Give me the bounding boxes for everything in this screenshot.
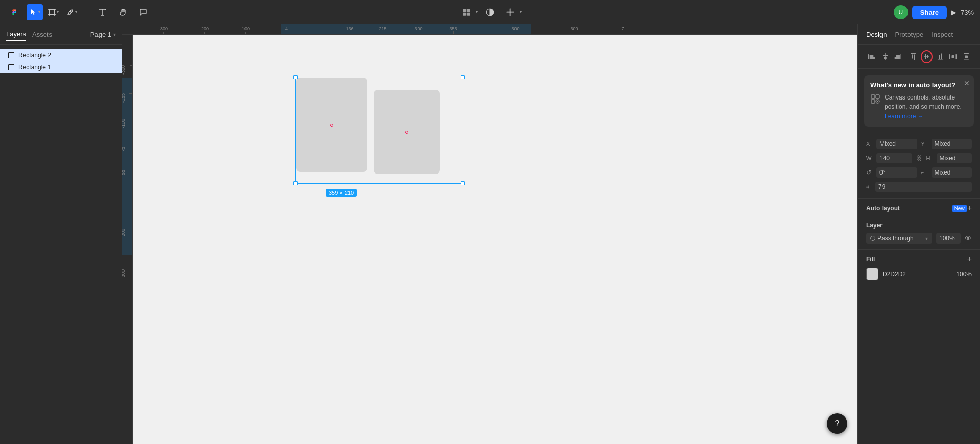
- visibility-toggle-button[interactable]: 👁: [965, 234, 972, 242]
- h-label: H: [926, 155, 933, 161]
- handle-bottom-right[interactable]: [461, 181, 465, 185]
- svg-rect-17: [885, 53, 886, 60]
- corner-field[interactable]: Mixed: [932, 167, 972, 178]
- pen-tool-button[interactable]: ▾: [63, 4, 80, 20]
- w-label: W: [866, 155, 872, 161]
- align-right-button[interactable]: [893, 50, 904, 63]
- clip-row: ⌗ 79: [866, 182, 972, 192]
- page-selector[interactable]: Page 1 ▾: [90, 31, 116, 38]
- move-tool-button[interactable]: ▾: [27, 4, 43, 20]
- svg-rect-33: [956, 54, 957, 59]
- rect1-center: [405, 131, 408, 134]
- text-tool-button[interactable]: [94, 4, 111, 20]
- distribute-vertical-button[interactable]: [961, 50, 972, 63]
- layer-item-rect1[interactable]: Rectangle 1: [0, 61, 122, 73]
- blend-mode-label: Pass through: [877, 235, 923, 242]
- svg-rect-36: [964, 60, 969, 61]
- layer-item-rect2[interactable]: Rectangle 2: [0, 49, 122, 61]
- align-row-1: [866, 50, 972, 63]
- whats-new-body: Canvas controls, absolute position, and …: [885, 93, 968, 111]
- svg-rect-35: [964, 53, 969, 54]
- left-panel-tabs: Layers Assets Page 1 ▾: [0, 24, 122, 45]
- add-auto-layout-button[interactable]: +: [967, 204, 972, 213]
- align-left-button[interactable]: [866, 50, 877, 63]
- svg-rect-32: [949, 54, 950, 59]
- opacity-value: 100%: [939, 235, 955, 242]
- theme-toggle-button[interactable]: [482, 4, 498, 20]
- canvas[interactable]: -300 -200 -100 -4 136 215 300 355 500 60…: [122, 24, 857, 444]
- svg-rect-38: [871, 95, 875, 98]
- help-button[interactable]: ?: [827, 413, 847, 434]
- rectangle-2[interactable]: [296, 78, 368, 172]
- clip-field[interactable]: 79: [875, 182, 972, 192]
- toolbar-right: U Share ▶ 73%: [894, 0, 974, 24]
- layers-list: Rectangle 2 Rectangle 1: [0, 45, 122, 78]
- layer-section-title: Layer: [866, 221, 972, 229]
- assets-tab[interactable]: Assets: [32, 29, 52, 40]
- fill-opacity-value[interactable]: 100%: [953, 270, 972, 278]
- xy-row: X Mixed Y Mixed: [866, 139, 972, 149]
- svg-rect-16: [869, 57, 875, 59]
- h-field[interactable]: Mixed: [937, 153, 972, 163]
- frame-tool-button[interactable]: ▾: [45, 4, 61, 20]
- svg-rect-29: [938, 60, 943, 61]
- constrain-proportions-button[interactable]: ⛓: [916, 155, 922, 162]
- learn-more-link[interactable]: Learn more →: [885, 113, 924, 120]
- layer-icon-rect1: [8, 64, 14, 70]
- svg-rect-40: [871, 100, 875, 103]
- svg-rect-9: [467, 9, 470, 12]
- svg-rect-37: [965, 56, 968, 58]
- svg-rect-20: [901, 54, 902, 59]
- zoom-level[interactable]: 73%: [961, 9, 974, 16]
- fill-section-header: Fill +: [866, 255, 972, 264]
- share-button[interactable]: Share: [912, 6, 947, 19]
- fill-color-swatch[interactable]: [866, 268, 878, 280]
- align-bottom-button[interactable]: [935, 50, 946, 63]
- svg-rect-14: [868, 54, 869, 59]
- fill-title: Fill: [866, 256, 967, 263]
- user-avatar: U: [894, 5, 908, 19]
- svg-rect-21: [896, 55, 900, 57]
- align-section: [858, 45, 980, 69]
- ruler-vertical: -300 -155 -100 -5 55 200 300: [122, 35, 133, 444]
- canvas-content[interactable]: 359 × 210: [133, 35, 857, 444]
- play-button[interactable]: ▶: [951, 8, 957, 16]
- whats-new-close-button[interactable]: ✕: [964, 79, 970, 87]
- y-label: Y: [921, 141, 927, 147]
- w-field[interactable]: 140: [876, 153, 912, 163]
- svg-rect-22: [895, 57, 900, 59]
- opacity-field[interactable]: 100%: [936, 233, 961, 244]
- fill-hex-value[interactable]: D2D2D2: [883, 270, 949, 278]
- x-label: X: [866, 141, 872, 147]
- handle-top-right[interactable]: [461, 75, 465, 79]
- design-tab[interactable]: Design: [866, 29, 891, 40]
- multiplayer-button[interactable]: ▾: [458, 4, 478, 20]
- tool-group-select: ▾ ▾ ▾: [27, 4, 80, 20]
- corner-label: ⌐: [921, 170, 927, 176]
- x-field[interactable]: Mixed: [876, 139, 917, 149]
- add-fill-button[interactable]: +: [967, 255, 972, 264]
- svg-rect-19: [884, 57, 887, 59]
- svg-rect-0: [50, 10, 55, 15]
- figma-logo-button[interactable]: [6, 4, 22, 20]
- align-horizontal-center-button[interactable]: [879, 50, 891, 63]
- hand-tool-button[interactable]: [115, 4, 131, 20]
- comment-tool-button[interactable]: [135, 4, 152, 20]
- rotation-field[interactable]: 0°: [876, 167, 917, 178]
- handle-bottom-left[interactable]: [293, 181, 298, 185]
- rectangle-1[interactable]: [374, 90, 440, 174]
- blend-mode-selector[interactable]: Pass through ▾: [866, 233, 932, 244]
- fill-row: D2D2D2 100%: [866, 268, 972, 280]
- svg-rect-30: [939, 55, 940, 59]
- prototype-tab[interactable]: Prototype: [891, 29, 927, 40]
- align-top-button[interactable]: [908, 50, 919, 63]
- whats-new-title: What's new in auto layout?: [870, 81, 968, 89]
- ruler-horizontal: -300 -200 -100 -4 136 215 300 355 500 60…: [122, 24, 857, 35]
- component-button[interactable]: ▾: [502, 4, 522, 20]
- layers-tab[interactable]: Layers: [6, 28, 26, 41]
- y-field[interactable]: Mixed: [932, 139, 972, 149]
- distribute-horizontal-button[interactable]: [947, 50, 959, 63]
- inspect-tab[interactable]: Inspect: [927, 29, 957, 40]
- whats-new-icon: [870, 94, 880, 106]
- align-vertical-center-button[interactable]: [921, 50, 932, 63]
